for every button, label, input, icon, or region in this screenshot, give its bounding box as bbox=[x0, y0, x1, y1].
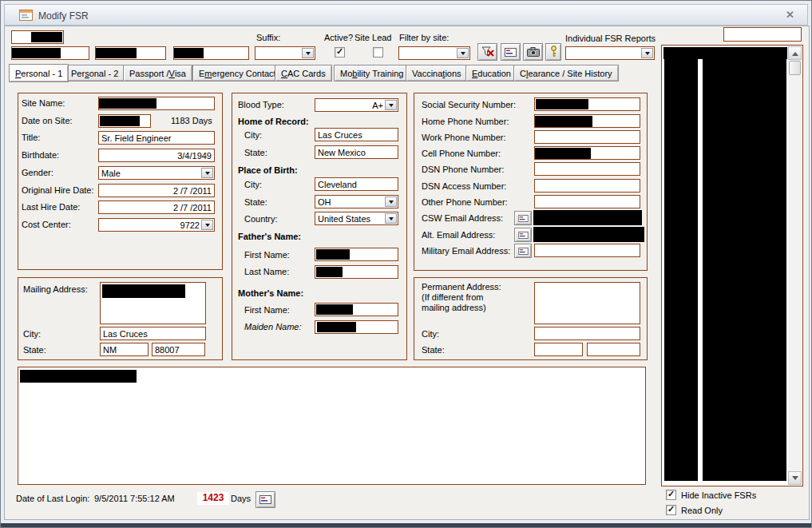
mothers-name-header: Mother's Name: bbox=[238, 288, 303, 299]
title-field[interactable]: Sr. Field Engineer bbox=[98, 131, 215, 145]
password-button[interactable] bbox=[545, 43, 561, 61]
tab-education[interactable]: Education bbox=[465, 65, 517, 81]
pob-state-label: State: bbox=[244, 197, 267, 208]
work-phone-field[interactable] bbox=[534, 130, 640, 144]
redacted-value bbox=[533, 210, 642, 225]
alt-email-button[interactable] bbox=[514, 228, 532, 242]
site-lead-label: Site Lead bbox=[355, 33, 391, 43]
days-since-login-label: Days bbox=[231, 494, 251, 504]
active-checkbox[interactable] bbox=[335, 47, 345, 58]
birthdate-field[interactable]: 3/4/1949 bbox=[98, 149, 215, 162]
scroll-down-icon bbox=[792, 476, 798, 483]
pob-state-combobox[interactable]: OH bbox=[315, 195, 398, 208]
scrollbar-thumb[interactable] bbox=[789, 61, 801, 75]
filter-by-site-combobox[interactable] bbox=[398, 46, 470, 60]
dsn-phone-field[interactable] bbox=[534, 162, 640, 176]
original-hire-date-label: Original Hire Date: bbox=[22, 185, 93, 196]
mailing-zip-field[interactable]: 88007 bbox=[152, 343, 205, 356]
tab-passport-visa[interactable]: Passport / Visa bbox=[123, 65, 192, 81]
tab-emergency-contact[interactable]: Emergency Contact bbox=[192, 65, 283, 81]
notes-textarea[interactable] bbox=[18, 367, 646, 485]
tab-cac-cards[interactable]: CAC Cards bbox=[275, 65, 332, 81]
mailing-address-label: Mailing Address: bbox=[23, 284, 88, 295]
read-only-label: Read Only bbox=[681, 506, 723, 516]
pob-city-label: City: bbox=[244, 180, 262, 190]
chevron-down-icon[interactable] bbox=[385, 100, 397, 110]
gender-combobox[interactable]: Male bbox=[98, 166, 215, 180]
cost-center-label: Cost Center: bbox=[22, 220, 71, 230]
top-right-textbox[interactable] bbox=[723, 27, 802, 42]
email-button[interactable] bbox=[501, 43, 521, 61]
individual-fsr-reports-label: Individual FSR Reports bbox=[565, 34, 656, 44]
listbox-scrollbar[interactable] bbox=[788, 46, 802, 485]
permanent-address-textarea[interactable] bbox=[534, 282, 640, 324]
csw-email-button[interactable] bbox=[514, 211, 532, 225]
tab-mobility-training[interactable]: Mobility Training bbox=[334, 65, 410, 81]
original-hire-date-field[interactable]: 2 /7 /2011 bbox=[98, 184, 215, 197]
last-hire-date-field[interactable]: 2 /7 /2011 bbox=[98, 200, 215, 214]
scroll-up-button[interactable] bbox=[788, 46, 802, 60]
tab-clearance-site-history[interactable]: Clearance / Site History bbox=[513, 65, 619, 81]
chevron-down-icon[interactable] bbox=[385, 213, 397, 224]
mother-maiden-name-label: Maiden Name: bbox=[244, 322, 302, 332]
chevron-down-icon[interactable] bbox=[641, 48, 653, 58]
dsn-phone-label: DSN Phone Number: bbox=[422, 165, 504, 175]
scroll-down-button[interactable] bbox=[788, 471, 802, 485]
father-last-name-label: Last Name: bbox=[244, 267, 289, 277]
last-hire-date-label: Last Hire Date: bbox=[22, 202, 80, 212]
remove-filter-button[interactable] bbox=[477, 43, 497, 61]
alt-email-label: Alt. Email Address: bbox=[422, 230, 495, 240]
hor-state-field[interactable]: New Mexico bbox=[315, 145, 398, 159]
individual-fsr-reports-combobox[interactable] bbox=[565, 46, 655, 60]
permanent-zip-field[interactable] bbox=[587, 343, 640, 356]
tab-personal-1[interactable]: Personal - 1 bbox=[9, 64, 69, 82]
scroll-up-icon bbox=[792, 49, 798, 56]
permanent-city-field[interactable] bbox=[534, 327, 640, 340]
work-phone-label: Work Phone Number: bbox=[422, 133, 506, 143]
chevron-down-icon[interactable] bbox=[457, 48, 469, 58]
gender-label: Gender: bbox=[22, 168, 53, 178]
hor-city-label: City: bbox=[244, 130, 262, 141]
redacted-value bbox=[102, 284, 185, 298]
filter-by-site-label: Filter by site: bbox=[399, 33, 449, 43]
tab-vaccinations[interactable]: Vaccinations bbox=[406, 65, 468, 81]
chevron-down-icon[interactable] bbox=[201, 168, 213, 178]
last-login-value: 9/5/2011 7:55:12 AM bbox=[94, 494, 175, 504]
cost-center-combobox[interactable]: 9722 bbox=[98, 218, 215, 232]
suffix-combobox[interactable] bbox=[255, 46, 315, 60]
hide-inactive-fsrs-checkbox[interactable] bbox=[666, 490, 676, 500]
redacted-list-column bbox=[664, 59, 698, 481]
photo-button[interactable] bbox=[523, 43, 543, 61]
pob-city-field[interactable]: Cleveland bbox=[315, 177, 398, 191]
chevron-down-icon[interactable] bbox=[201, 220, 213, 230]
mailing-city-field[interactable]: Las Cruces bbox=[100, 327, 206, 340]
other-phone-field[interactable] bbox=[534, 195, 640, 208]
email-icon bbox=[518, 232, 529, 239]
blood-type-combobox[interactable]: A+ bbox=[315, 98, 398, 112]
dsn-access-field[interactable] bbox=[534, 179, 640, 193]
cell-phone-label: Cell Phone Number: bbox=[422, 149, 501, 159]
read-only-checkbox[interactable] bbox=[666, 505, 676, 515]
father-first-name-label: First Name: bbox=[244, 250, 290, 260]
close-icon[interactable]: ✕ bbox=[786, 9, 794, 21]
fsr-listbox[interactable] bbox=[661, 45, 803, 486]
place-of-birth-header: Place of Birth: bbox=[238, 165, 298, 176]
pob-country-combobox[interactable]: United States bbox=[315, 212, 398, 225]
tab-personal-2[interactable]: Personal - 2 bbox=[65, 65, 125, 81]
site-name-label: Site Name: bbox=[22, 98, 65, 109]
permanent-state-label: State: bbox=[422, 345, 445, 355]
military-email-field[interactable] bbox=[534, 244, 640, 257]
permanent-city-label: City: bbox=[422, 329, 439, 339]
email-icon bbox=[505, 48, 517, 57]
redacted-value bbox=[99, 98, 156, 109]
permanent-state-field[interactable] bbox=[534, 343, 583, 356]
site-lead-checkbox[interactable] bbox=[373, 47, 383, 58]
hor-city-field[interactable]: Las Cruces bbox=[315, 128, 398, 141]
chevron-down-icon[interactable] bbox=[302, 48, 314, 58]
chevron-down-icon[interactable] bbox=[385, 197, 397, 207]
military-email-button[interactable] bbox=[514, 244, 532, 258]
redacted-value bbox=[316, 267, 343, 277]
login-email-button[interactable] bbox=[255, 491, 275, 508]
redacted-value bbox=[20, 370, 137, 383]
mailing-state-field[interactable]: NM bbox=[100, 343, 149, 356]
